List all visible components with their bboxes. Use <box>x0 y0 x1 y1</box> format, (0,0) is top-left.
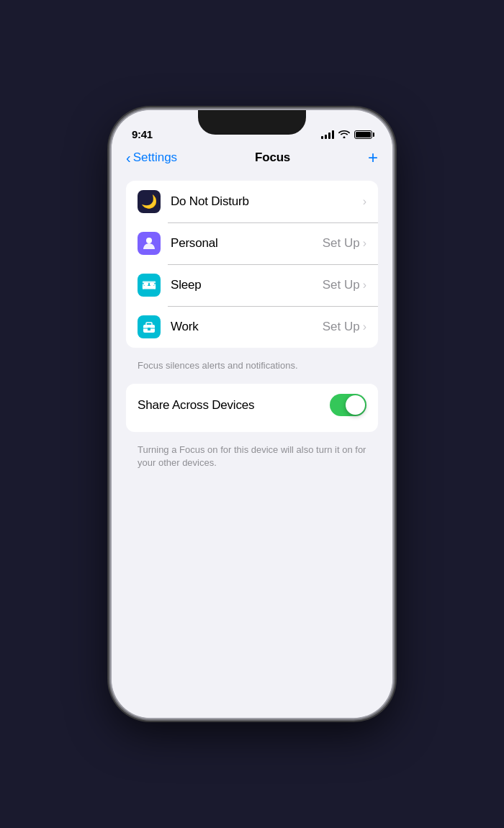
sleep-action: Set Up › <box>323 278 366 292</box>
work-action: Set Up › <box>323 320 366 334</box>
screen: 9:41 <box>112 110 392 718</box>
list-item-do-not-disturb[interactable]: 🌙 Do Not Disturb › <box>126 181 378 222</box>
work-icon <box>138 315 161 338</box>
phone-frame: 9:41 <box>112 110 392 718</box>
focus-list-card: 🌙 Do Not Disturb › Personal <box>126 181 378 348</box>
sleep-label: Sleep <box>171 278 323 292</box>
svg-rect-8 <box>146 323 152 325</box>
back-chevron-icon: ‹ <box>126 150 131 165</box>
svg-rect-2 <box>143 284 144 289</box>
list-item-personal[interactable]: Personal Set Up › <box>126 222 378 264</box>
share-devices-card: Share Across Devices <box>126 384 378 432</box>
chevron-icon: › <box>363 279 366 292</box>
status-icons <box>321 129 372 140</box>
add-button[interactable]: + <box>368 149 378 166</box>
work-label: Work <box>171 320 323 334</box>
share-helper-text: Turning a Focus on for this device will … <box>126 438 378 481</box>
battery-icon <box>354 130 372 139</box>
toggle-knob <box>346 395 365 415</box>
svg-rect-3 <box>154 284 156 289</box>
work-setup-label: Set Up <box>323 320 360 334</box>
svg-rect-1 <box>143 286 156 289</box>
list-item-work[interactable]: Work Set Up › <box>126 306 378 348</box>
share-devices-row: Share Across Devices <box>126 384 378 426</box>
list-item-sleep[interactable]: Sleep Set Up › <box>126 264 378 306</box>
chevron-icon: › <box>363 320 366 333</box>
nav-bar: ‹ Settings Focus + <box>112 146 392 175</box>
share-devices-toggle[interactable] <box>330 394 366 416</box>
content-area: 🌙 Do Not Disturb › Personal <box>112 175 392 482</box>
wifi-icon <box>338 129 350 140</box>
svg-rect-6 <box>143 282 156 284</box>
personal-label: Personal <box>171 236 323 251</box>
signal-icon <box>321 130 334 139</box>
personal-action: Set Up › <box>323 236 366 251</box>
back-label: Settings <box>133 150 177 165</box>
personal-setup-label: Set Up <box>323 236 360 251</box>
svg-point-0 <box>146 238 152 243</box>
page-title: Focus <box>255 150 290 165</box>
do-not-disturb-icon: 🌙 <box>138 190 161 213</box>
status-time: 9:41 <box>132 128 153 140</box>
notch <box>198 110 306 135</box>
sleep-icon <box>138 274 161 297</box>
do-not-disturb-label: Do Not Disturb <box>171 194 363 209</box>
chevron-icon: › <box>363 237 366 250</box>
sleep-setup-label: Set Up <box>323 278 360 292</box>
back-button[interactable]: ‹ Settings <box>126 150 177 165</box>
personal-icon <box>138 232 161 255</box>
chevron-icon: › <box>363 195 366 208</box>
do-not-disturb-action: › <box>363 195 366 208</box>
share-devices-label: Share Across Devices <box>138 398 254 413</box>
focus-helper-text: Focus silences alerts and notifications. <box>126 354 378 384</box>
